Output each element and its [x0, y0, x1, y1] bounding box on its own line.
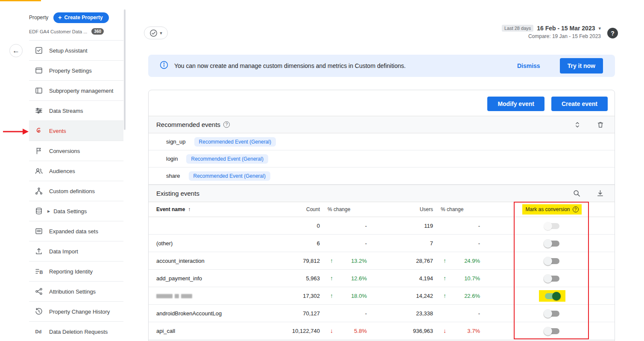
mark-as-conversion-toggle[interactable] [545, 328, 559, 334]
delete-icon[interactable] [597, 121, 604, 129]
data-deletion-icon: Dd [35, 327, 43, 336]
sidebar-item-expanded-data-sets[interactable]: Expanded data sets [29, 221, 123, 241]
info-banner: You can now create and manage custom dim… [148, 55, 615, 77]
mark-as-conversion-highlight: Mark as conversion ? [522, 204, 581, 215]
trend-up-icon: ↑ [443, 257, 449, 264]
events-icon [35, 126, 43, 135]
sidebar-item-data-import[interactable]: Data Import [29, 241, 123, 262]
search-icon[interactable] [573, 189, 581, 197]
event-users: 14,242 [378, 293, 433, 299]
history-icon [35, 307, 43, 316]
active-toggle-highlight [539, 290, 565, 302]
create-event-button[interactable]: Create event [551, 97, 608, 111]
sidebar-item-data-settings[interactable]: ▶ Data Settings [29, 201, 123, 221]
event-row: account_interaction 79,812 ↑13.2% 28,767… [149, 252, 615, 270]
column-users-change[interactable]: % change [433, 206, 491, 212]
date-caret-icon[interactable]: ▾ [598, 26, 601, 31]
setup-assistant-icon [35, 46, 43, 55]
sidebar-item-property-change-history[interactable]: Property Change History [29, 302, 123, 322]
sidebar-item-setup-assistant[interactable]: Setup Assistant [29, 41, 123, 61]
event-users: 28,767 [378, 258, 433, 264]
modify-event-button[interactable]: Modify event [487, 97, 544, 111]
property-name-row: EDF GA4 Customer Data ... 360 [29, 28, 123, 41]
event-name: androidBrokenAccountLog [156, 310, 255, 317]
column-event-name[interactable]: Event name↑ [156, 206, 255, 212]
unfold-more-icon[interactable] [574, 121, 581, 129]
mark-as-conversion-toggle[interactable] [545, 241, 559, 247]
existing-events-title: Existing events [156, 190, 199, 197]
sidebar-item-reporting-identity[interactable]: B Reporting Identity [29, 262, 123, 282]
trend-up-icon: ↑ [330, 257, 336, 264]
try-it-now-button[interactable]: Try it now [560, 58, 603, 73]
download-icon[interactable] [596, 189, 604, 197]
main-content: ▾ Last 28 days 16 Feb - 15 Mar 2023 ▾ Co… [144, 24, 618, 341]
mark-as-conversion-toggle[interactable] [545, 223, 559, 229]
conversions-icon [35, 147, 43, 155]
mark-as-conversion-toggle[interactable] [545, 311, 559, 317]
events-card: Modify event Create event Recommended ev… [148, 90, 615, 341]
sidebar-item-events[interactable]: Events [29, 121, 123, 141]
column-mark-as-conversion: Mark as conversion ? [515, 204, 589, 215]
data-streams-icon [35, 106, 43, 115]
svg-text:B: B [40, 270, 43, 275]
help-circle-icon[interactable]: ? [223, 121, 230, 128]
event-row: 17,302 ↑18.0% 14,242 ↑22.6% [149, 287, 615, 305]
sidebar-scrollbar[interactable] [124, 9, 126, 130]
event-row: add_payment_info 5,963 ↑12.6% 4,194 ↑10.… [149, 270, 615, 287]
dismiss-button[interactable]: Dismiss [517, 62, 540, 69]
browser-tab-accent [0, 0, 41, 1]
date-preset-chip[interactable]: Last 28 days [502, 25, 533, 32]
mark-as-conversion-toggle[interactable] [545, 258, 559, 264]
trend-up-icon: ↑ [443, 292, 449, 299]
event-count: 79,812 [255, 258, 320, 264]
chevron-down-icon: ▾ [160, 30, 162, 36]
trend-down-icon: ↓ [443, 327, 449, 334]
recommended-event-row: sign_up Recommended Event (General) [149, 133, 615, 150]
card-actions: Modify event Create event [149, 90, 615, 116]
column-count-change[interactable]: % change [320, 206, 378, 212]
date-range[interactable]: 16 Feb - 15 Mar 2023 [537, 25, 595, 32]
trend-down-icon: ↓ [330, 327, 336, 334]
help-button[interactable]: ? [607, 28, 618, 38]
sidebar-item-subproperty-management[interactable]: Subproperty management [29, 81, 123, 101]
info-icon [160, 61, 168, 71]
event-name-redacted [156, 293, 255, 299]
event-count: 0 [255, 223, 320, 229]
property-nav: Setup Assistant Property Settings Subpro… [29, 41, 123, 341]
property-section-label: Property [29, 15, 48, 21]
arrow-left-icon: ← [12, 47, 20, 55]
event-name: add_payment_info [156, 275, 255, 282]
event-row: (other) 6 ↑- 7 ↑- [149, 235, 615, 252]
create-property-button[interactable]: + Create Property [53, 12, 108, 23]
create-property-label: Create Property [64, 15, 103, 21]
property-settings-icon [35, 66, 43, 75]
help-circle-icon[interactable]: ? [573, 206, 579, 212]
sidebar-item-audiences[interactable]: Audiences [29, 161, 123, 181]
property-name: EDF GA4 Customer Data ... [29, 29, 87, 34]
column-count[interactable]: Count [255, 206, 320, 212]
expand-caret-icon[interactable]: ▶ [47, 209, 50, 213]
recommended-events-title: Recommended events [156, 121, 220, 128]
sidebar-item-data-deletion-requests[interactable]: Dd Data Deletion Requests [29, 322, 123, 341]
ga360-badge: 360 [91, 28, 104, 35]
mark-as-conversion-toggle[interactable] [545, 293, 559, 299]
event-name: account_interaction [156, 258, 255, 264]
event-status-dropdown[interactable]: ▾ [144, 26, 168, 39]
event-count: 6 [255, 240, 320, 247]
custom-definitions-icon [35, 187, 43, 195]
svg-text:Dd: Dd [35, 329, 42, 334]
sidebar-item-custom-definitions[interactable]: Custom definitions [29, 181, 123, 201]
mark-as-conversion-toggle[interactable] [545, 276, 559, 282]
back-button[interactable]: ← [9, 44, 23, 57]
column-users[interactable]: Users [378, 206, 433, 212]
sidebar-item-property-settings[interactable]: Property Settings [29, 61, 123, 81]
sidebar-item-attribution-settings[interactable]: Attribution Settings [29, 282, 123, 302]
event-users: 119 [378, 223, 433, 229]
event-name: (other) [156, 240, 255, 247]
subproperty-icon [35, 86, 43, 95]
sidebar-item-conversions[interactable]: Conversions [29, 141, 123, 161]
sidebar-item-data-streams[interactable]: Data Streams [29, 101, 123, 121]
trend-up-icon: ↑ [330, 292, 336, 299]
attribution-settings-icon [35, 287, 43, 296]
event-users: 936,963 [378, 328, 433, 334]
